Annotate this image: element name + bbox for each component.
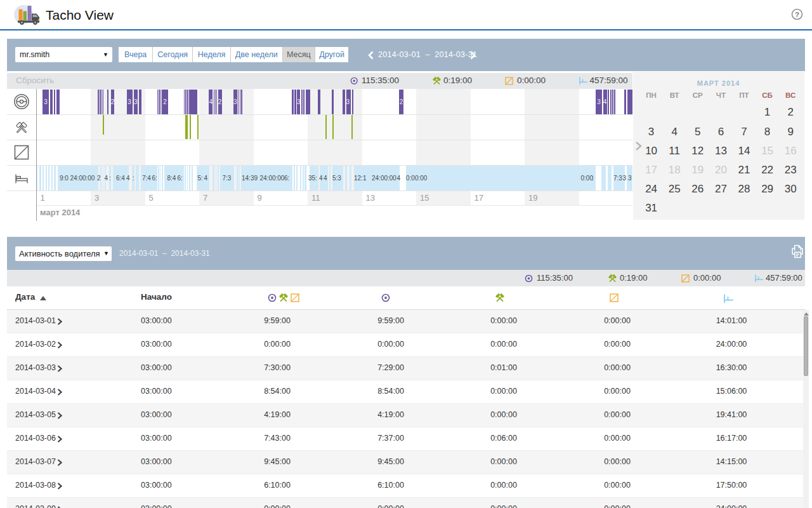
svg-text:?: ? xyxy=(795,11,799,18)
